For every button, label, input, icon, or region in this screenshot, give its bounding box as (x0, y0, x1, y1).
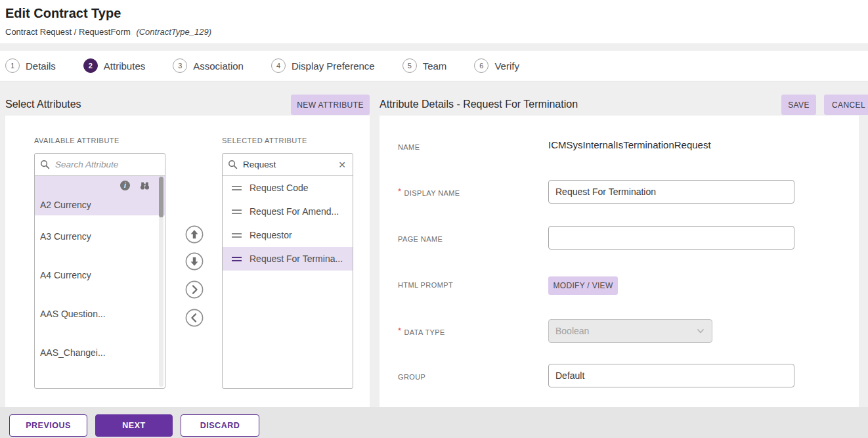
search-icon (40, 160, 50, 169)
select-attributes-heading: Select Attributes (5, 99, 81, 110)
step-3-circle: 3 (173, 58, 187, 73)
attribute-details-panel: NAME ICMSysInternalIsTerminationRequest … (380, 116, 859, 407)
row-action-icons: i (120, 180, 150, 191)
list-item-request-for-termination[interactable]: Request For Termina... (223, 247, 353, 271)
save-button[interactable]: SAVE (781, 95, 816, 115)
available-search-input[interactable] (55, 160, 160, 169)
list-item-requestor[interactable]: Requestor (223, 223, 353, 247)
wizard-step-verify[interactable]: 6 Verify (474, 58, 519, 73)
available-list-scrollbar[interactable] (159, 177, 163, 387)
data-type-value: Boolean (555, 326, 589, 336)
step-1-circle: 1 (5, 58, 20, 73)
wizard-step-team[interactable]: 5 Team (402, 58, 447, 73)
selected-attribute-header: SELECTED ATTRIBUTE (222, 137, 307, 144)
list-item-a3-currency[interactable]: A3 Currency (35, 215, 165, 254)
breadcrumb-path: Contract Request / RequestForm (5, 27, 131, 37)
clear-search-icon[interactable]: ✕ (337, 159, 347, 171)
contract-type-id: (ContractType_129) (136, 27, 211, 37)
attribute-details-heading: Attribute Details - Request For Terminat… (380, 99, 578, 110)
list-item-aas-question[interactable]: AAS Question... (35, 293, 165, 332)
step-5-circle: 5 (402, 58, 417, 73)
wizard-step-details[interactable]: 1 Details (5, 58, 56, 73)
drag-handle-icon[interactable] (232, 233, 242, 238)
step-2-circle: 2 (83, 58, 98, 73)
move-up-button[interactable] (185, 225, 204, 244)
previous-button[interactable]: PREVIOUS (9, 414, 87, 437)
wizard-step-association[interactable]: 3 Association (173, 58, 244, 73)
page-name-input[interactable] (548, 226, 794, 250)
binoculars-icon[interactable] (139, 180, 150, 191)
info-icon[interactable]: i (120, 181, 130, 190)
html-prompt-label: HTML PROMPT (398, 281, 453, 289)
display-name-label: *DISPLAY NAME (398, 188, 460, 198)
step-6-circle: 6 (474, 58, 488, 73)
available-items: i A2 Currency (35, 176, 165, 388)
selected-search-row: ✕ (223, 154, 353, 176)
page-name-label: PAGE NAME (398, 235, 443, 243)
drag-handle-icon[interactable] (232, 209, 242, 214)
list-item-request-for-amend[interactable]: Request For Amend... (223, 200, 353, 223)
available-attribute-header: AVAILABLE ATTRIBUTE (34, 137, 119, 144)
search-icon (228, 160, 238, 169)
name-label: NAME (398, 143, 420, 151)
list-item-request-code[interactable]: Request Code (223, 176, 353, 200)
new-attribute-button[interactable]: NEW ATTRIBUTE (291, 95, 370, 115)
name-value: ICMSysInternalIsTerminationRequest (548, 139, 711, 150)
data-type-label: *DATA TYPE (398, 327, 445, 337)
drag-handle-icon[interactable] (232, 186, 242, 190)
group-label: GROUP (398, 373, 425, 381)
footer-bar: PREVIOUS NEXT DISCARD (0, 407, 868, 438)
selected-attribute-list: ✕ Request Code Request For Amend... Requ… (222, 153, 353, 389)
selected-items: Request Code Request For Amend... Reques… (223, 176, 353, 388)
list-item-a2-currency[interactable]: i A2 Currency (35, 176, 165, 215)
step-4-circle: 4 (271, 58, 286, 73)
edit-contract-type-page: Edit Contract Type Contract Request / Re… (0, 0, 868, 438)
cancel-button[interactable]: CANCEL (824, 95, 868, 115)
wizard-step-display-preference[interactable]: 4 Display Preference (271, 58, 375, 73)
discard-button[interactable]: DISCARD (181, 414, 259, 437)
move-down-button[interactable] (185, 252, 204, 271)
move-left-button[interactable] (185, 309, 204, 327)
wizard-steps: 1 Details 2 Attributes 3 Association 4 D… (0, 50, 868, 81)
move-right-button[interactable] (185, 280, 204, 299)
modify-view-button[interactable]: MODIFY / VIEW (548, 276, 618, 295)
wizard-step-attributes[interactable]: 2 Attributes (83, 58, 145, 73)
page-title: Edit Contract Type (5, 6, 121, 21)
scrollbar-thumb[interactable] (159, 177, 163, 217)
available-attribute-list: i A2 Currency (34, 153, 165, 389)
required-asterisk: * (398, 326, 401, 336)
required-asterisk: * (398, 186, 401, 196)
group-input[interactable] (548, 364, 794, 387)
drag-handle-icon[interactable] (232, 257, 242, 261)
available-search-row (35, 154, 165, 176)
breadcrumb: Contract Request / RequestForm (Contract… (5, 27, 211, 37)
data-type-select[interactable]: Boolean (548, 319, 712, 343)
next-button[interactable]: NEXT (95, 414, 173, 437)
chevron-down-icon (696, 326, 705, 336)
list-item-a4-currency[interactable]: A4 Currency (35, 254, 165, 293)
selected-search-input[interactable] (243, 160, 332, 169)
select-attributes-panel: AVAILABLE ATTRIBUTE i (5, 116, 370, 407)
display-name-input[interactable] (548, 180, 794, 204)
page-header: Edit Contract Type Contract Request / Re… (0, 0, 868, 43)
list-item-aas-changei[interactable]: AAS_Changei... (35, 332, 165, 370)
